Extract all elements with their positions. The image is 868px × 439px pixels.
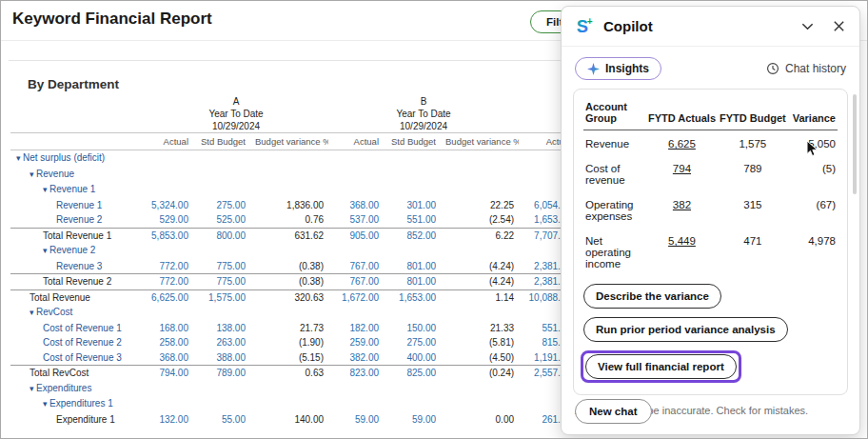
report-cell-amount[interactable]: 258.00 (144, 335, 193, 350)
variance-cell: 4,978 (788, 228, 838, 275)
report-cell-amount[interactable]: 525.00 (193, 212, 250, 228)
report-cell-amount (193, 243, 250, 259)
report-row-label[interactable]: Revenue 3 (10, 259, 144, 274)
report-cell-amount[interactable]: 767.00 (328, 259, 384, 274)
report-cell-amount[interactable]: 150.00 (384, 321, 441, 336)
fytd-actuals-link[interactable]: 794 (673, 163, 691, 174)
page-title: Keyword Financial Report (12, 10, 212, 29)
report-cell-variance: (4.24) (441, 259, 519, 274)
report-cell-amount[interactable]: 168.00 (144, 321, 193, 336)
report-cell-amount (144, 396, 193, 412)
report-row-label[interactable]: Cost of Revenue 1 (10, 321, 144, 336)
close-button[interactable] (832, 19, 846, 33)
report-col-group-date: 10/29/2024 (144, 120, 328, 133)
report-cell-amount[interactable]: 182.00 (328, 321, 384, 336)
report-cell-amount[interactable]: 775.00 (193, 259, 250, 274)
minimize-chevron-button[interactable] (800, 19, 815, 33)
report-cell-amount[interactable]: 1,575.00 (193, 289, 250, 305)
chat-history-label: Chat history (785, 62, 846, 75)
report-cell-amount[interactable]: 368.00 (328, 198, 384, 213)
copilot-col-header: Variance (788, 97, 838, 130)
collapse-icon[interactable]: ▾ (43, 246, 49, 255)
report-cell-amount[interactable]: 400.00 (384, 350, 441, 366)
report-row-label[interactable]: ▾ Expenditures (10, 381, 144, 397)
report-cell-amount[interactable]: 905.00 (328, 228, 384, 243)
report-cell-amount[interactable]: 767.00 (328, 274, 384, 290)
report-row-label[interactable]: ▾ Revenue (10, 167, 144, 183)
collapse-icon[interactable]: ▾ (30, 170, 36, 179)
report-row-label[interactable]: ▾ Revenue 1 (10, 182, 144, 198)
report-cell-amount[interactable]: 794.00 (144, 366, 193, 381)
insights-tab[interactable]: Insights (575, 57, 661, 80)
report-row-label[interactable]: ▾ Revenue 2 (10, 243, 144, 259)
report-row-label[interactable]: ▾ RevCost (10, 305, 144, 321)
copilot-action-button[interactable]: Describe the variance (583, 284, 721, 309)
fytd-actuals-link[interactable]: 5,449 (668, 235, 696, 247)
report-cell-amount[interactable]: 301.00 (384, 198, 441, 213)
report-cell-amount[interactable]: 5,853.00 (144, 228, 193, 243)
report-cell-amount[interactable]: 55.00 (193, 412, 250, 428)
new-chat-button[interactable]: New chat (575, 399, 652, 424)
report-cell-amount[interactable]: 59.00 (328, 412, 384, 428)
report-cell-amount[interactable]: 529.00 (144, 212, 193, 228)
copilot-actions: Describe the varianceRun prior period va… (583, 284, 838, 383)
report-cell-variance (441, 381, 519, 397)
chat-history-button[interactable]: Chat history (766, 62, 846, 75)
report-cell-amount[interactable]: 823.00 (328, 366, 384, 381)
report-row-label[interactable]: Cost of Revenue 3 (10, 350, 144, 366)
report-col-header: Actual (144, 133, 193, 150)
report-cell-amount (384, 167, 441, 183)
collapse-icon[interactable]: ▾ (30, 308, 36, 317)
report-cell-amount[interactable]: 789.00 (193, 366, 250, 381)
report-row-label[interactable]: Revenue 1 (10, 198, 144, 213)
report-cell-amount[interactable]: 1,653.00 (384, 289, 441, 305)
report-cell-amount[interactable]: 382.00 (328, 350, 384, 366)
collapse-icon[interactable]: ▾ (30, 384, 36, 393)
report-cell-amount[interactable]: 368.00 (144, 350, 193, 366)
report-cell-amount[interactable]: 59.00 (384, 412, 441, 428)
report-row-label[interactable]: Cost of Revenue 2 (10, 335, 144, 350)
report-cell-amount (384, 150, 441, 167)
copilot-col-header: FYTD Actuals (646, 97, 718, 130)
report-cell-amount[interactable]: 275.00 (384, 335, 441, 350)
report-cell-amount[interactable]: 263.00 (193, 335, 250, 350)
report-col-group-period: Year To Date (328, 108, 519, 120)
fytd-actuals-link[interactable]: 382 (673, 199, 691, 210)
report-cell-variance: 21.33 (441, 321, 519, 336)
scrollbar-thumb[interactable] (853, 94, 857, 194)
report-cell-amount[interactable]: 772.00 (144, 259, 193, 274)
report-row-label[interactable]: Revenue 2 (10, 212, 144, 228)
report-cell-amount[interactable]: 772.00 (144, 274, 193, 290)
report-cell-amount[interactable]: 6,625.00 (144, 289, 193, 305)
report-cell-amount (328, 182, 384, 198)
report-cell-amount[interactable]: 132.00 (144, 412, 193, 428)
report-cell-amount[interactable]: 800.00 (193, 228, 250, 243)
report-cell-amount[interactable]: 138.00 (193, 321, 250, 336)
report-cell-amount (384, 396, 441, 412)
report-cell-amount (144, 182, 193, 198)
collapse-icon[interactable]: ▾ (43, 399, 49, 409)
copilot-header: S + Copilot (562, 7, 859, 47)
report-row-label[interactable]: ▾ Net surplus (deficit) (10, 150, 144, 167)
copilot-action-button[interactable]: View full financial report (585, 354, 737, 379)
report-cell-amount[interactable]: 5,324.00 (144, 198, 193, 213)
report-cell-variance: 0.76 (250, 212, 328, 228)
report-cell-amount[interactable]: 801.00 (384, 259, 441, 274)
report-cell-amount[interactable]: 1,672.00 (328, 289, 384, 305)
account-group-cell: Net operating income (583, 228, 646, 275)
report-cell-amount[interactable]: 801.00 (384, 274, 441, 290)
report-cell-amount[interactable]: 259.00 (328, 335, 384, 350)
copilot-action-button[interactable]: Run prior period variance analysis (583, 317, 788, 342)
report-cell-amount[interactable]: 537.00 (328, 212, 384, 228)
collapse-icon[interactable]: ▾ (16, 153, 23, 163)
report-cell-amount[interactable]: 275.00 (193, 198, 250, 213)
report-cell-amount[interactable]: 852.00 (384, 228, 441, 243)
report-cell-amount (384, 243, 441, 259)
report-cell-amount[interactable]: 551.00 (384, 212, 441, 228)
report-cell-amount[interactable]: 388.00 (193, 350, 250, 366)
collapse-icon[interactable]: ▾ (43, 185, 49, 194)
report-cell-amount[interactable]: 825.00 (384, 366, 441, 381)
fytd-actuals-link[interactable]: 6,625 (668, 138, 696, 150)
report-cell-amount[interactable]: 775.00 (193, 274, 250, 290)
report-row-label[interactable]: ▾ Expenditures 1 (10, 396, 144, 412)
